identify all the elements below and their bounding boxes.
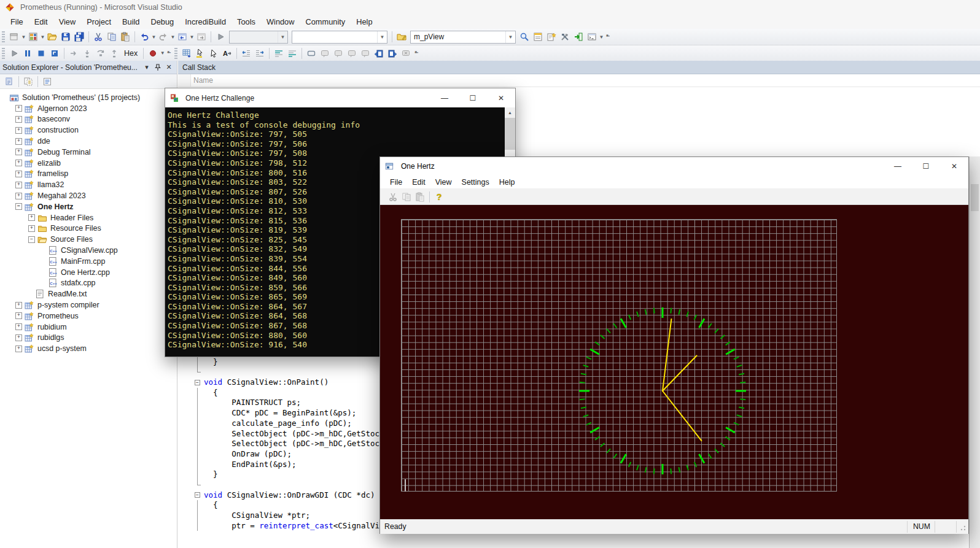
editor-scrollbar-thumb[interactable] bbox=[971, 184, 979, 211]
one-hertz-menu-settings[interactable]: Settings bbox=[457, 177, 494, 188]
one-hertz-maximize-button[interactable]: ☐ bbox=[912, 157, 940, 176]
toolbar-overflow-icon[interactable]: ▾▔ bbox=[165, 47, 173, 60]
find-in-files-icon[interactable] bbox=[395, 31, 408, 43]
vs-menu-edit[interactable]: Edit bbox=[29, 15, 53, 28]
app-copy-icon[interactable] bbox=[400, 191, 413, 203]
expand-icon[interactable]: + bbox=[15, 138, 22, 145]
console-minimize-button[interactable]: — bbox=[430, 88, 459, 107]
go-icon[interactable] bbox=[572, 31, 585, 43]
undo-icon-dropdown[interactable]: ▼ bbox=[151, 31, 157, 43]
expand-icon[interactable]: + bbox=[15, 345, 22, 352]
vs-menu-build[interactable]: Build bbox=[117, 15, 145, 28]
paste-icon[interactable] bbox=[119, 31, 131, 43]
properties-window-icon[interactable] bbox=[532, 31, 544, 43]
step-over-icon[interactable] bbox=[95, 47, 107, 60]
tree-item-one-hertz-cpp[interactable]: C++One Hertz.cpp bbox=[0, 267, 177, 278]
stop-debug-icon[interactable] bbox=[35, 47, 47, 60]
next-bookmark-folder-icon[interactable] bbox=[346, 47, 358, 60]
copy-icon[interactable] bbox=[106, 31, 118, 43]
console-close-button[interactable]: ✕ bbox=[487, 88, 515, 107]
toolbar-overflow-icon[interactable]: ▾▔ bbox=[604, 31, 612, 43]
se-properties-icon[interactable] bbox=[3, 75, 15, 88]
tree-item-source-files[interactable]: −Source Files bbox=[0, 234, 177, 245]
undo-icon[interactable] bbox=[138, 31, 150, 43]
command-window-icon[interactable] bbox=[586, 31, 598, 43]
toolbar-grip[interactable] bbox=[174, 48, 177, 59]
save-all-icon[interactable] bbox=[73, 31, 85, 43]
prev-bookmark-folder-icon[interactable] bbox=[332, 47, 344, 60]
call-stack-header[interactable]: Call Stack bbox=[178, 61, 980, 74]
selection-outline-icon[interactable] bbox=[305, 47, 317, 60]
resize-grip[interactable] bbox=[959, 525, 966, 532]
solution-configurations-combo[interactable]: ▼ bbox=[229, 31, 288, 44]
step-into-icon[interactable] bbox=[81, 47, 93, 60]
breakpoints-icon[interactable] bbox=[147, 47, 159, 60]
restart-icon[interactable] bbox=[49, 47, 61, 60]
vs-menu-tools[interactable]: Tools bbox=[231, 15, 261, 28]
navigate-back-icon-dropdown[interactable]: ▼ bbox=[189, 31, 195, 43]
tree-item-debug-terminal[interactable]: +Debug Terminal bbox=[0, 147, 177, 158]
navigate-back-icon[interactable] bbox=[176, 31, 189, 43]
uncomment-icon[interactable] bbox=[286, 47, 298, 60]
expand-icon[interactable]: + bbox=[15, 160, 22, 166]
clear-bookmarks-icon[interactable] bbox=[400, 47, 412, 60]
tree-item-solution-prometheus-15-projects-[interactable]: Solution 'Prometheus' (15 projects) bbox=[0, 92, 177, 103]
signal-view-canvas[interactable] bbox=[380, 205, 968, 519]
find-combo[interactable]: m_pView▼ bbox=[410, 31, 516, 44]
app-help-icon[interactable]: ? bbox=[433, 191, 445, 203]
fold-margin[interactable]: − bbox=[194, 490, 201, 501]
font-style-icon[interactable]: A bbox=[221, 47, 233, 60]
app-paste-icon[interactable] bbox=[414, 191, 426, 203]
continue-icon[interactable] bbox=[8, 47, 20, 60]
redo-icon-dropdown[interactable]: ▼ bbox=[170, 31, 176, 43]
combo-dropdown-icon[interactable]: ▼ bbox=[377, 31, 387, 43]
solution-platforms-combo[interactable]: ▼ bbox=[292, 31, 387, 44]
console-title-bar[interactable]: One Hertz Challenge — ☐ ✕ bbox=[165, 88, 515, 107]
expand-icon[interactable]: + bbox=[15, 334, 22, 341]
toolbar-grip[interactable] bbox=[2, 48, 5, 59]
tree-item-p-system-compiler[interactable]: +p-system compiler bbox=[0, 299, 177, 311]
tree-item-dde[interactable]: +dde bbox=[0, 136, 177, 147]
navigate-forward-icon[interactable] bbox=[195, 31, 208, 43]
tree-item-readme-txt[interactable]: ReadMe.txt bbox=[0, 288, 177, 299]
new-project-icon[interactable] bbox=[27, 31, 39, 43]
one-hertz-menu-edit[interactable]: Edit bbox=[407, 177, 430, 188]
tree-item-prometheus[interactable]: +Prometheus bbox=[0, 311, 177, 322]
increase-indent-icon[interactable] bbox=[254, 47, 266, 60]
vs-menu-project[interactable]: Project bbox=[81, 15, 117, 28]
tree-item-mainfrm-cpp[interactable]: C++MainFrm.cpp bbox=[0, 256, 177, 267]
select-pointer-icon[interactable] bbox=[208, 47, 220, 60]
comment-icon[interactable] bbox=[273, 47, 285, 60]
vs-menu-incredibuild[interactable]: IncrediBuild bbox=[179, 15, 231, 28]
app-cut-icon[interactable] bbox=[387, 191, 399, 203]
save-icon[interactable] bbox=[60, 31, 72, 43]
vs-menu-community[interactable]: Community bbox=[300, 15, 351, 28]
toolbar-overflow-icon[interactable]: ▾▔ bbox=[413, 47, 420, 60]
auto-hide-pin-icon[interactable] bbox=[152, 62, 163, 73]
expand-icon[interactable]: + bbox=[15, 312, 22, 319]
expand-icon[interactable]: + bbox=[28, 214, 35, 221]
breakpoints-icon-dropdown[interactable]: ▼ bbox=[160, 47, 165, 60]
console-scrollbar-thumb[interactable] bbox=[505, 118, 515, 150]
close-panel-icon[interactable]: ✕ bbox=[163, 62, 174, 73]
next-bookmark-icon[interactable] bbox=[386, 47, 399, 60]
solution-explorer-header[interactable]: Solution Explorer - Solution 'Prometheu.… bbox=[0, 61, 177, 74]
tree-item-baseconv[interactable]: +baseconv bbox=[0, 114, 177, 125]
expand-icon[interactable]: + bbox=[15, 127, 22, 134]
bookmark-folder-icon[interactable] bbox=[359, 47, 371, 60]
expand-icon[interactable]: + bbox=[15, 302, 22, 309]
open-file-icon[interactable] bbox=[46, 31, 58, 43]
tree-item-llama32[interactable]: +llama32 bbox=[0, 179, 177, 190]
vs-menu-file[interactable]: File bbox=[5, 15, 29, 28]
tree-item-ucsd-p-system[interactable]: +ucsd p-system bbox=[0, 343, 177, 354]
tree-item-one-hertz[interactable]: −One Hertz bbox=[0, 201, 177, 212]
expand-icon[interactable]: + bbox=[15, 171, 22, 177]
decrease-indent-icon[interactable] bbox=[240, 47, 252, 60]
tree-item-algernon-2023[interactable]: +Algernon 2023 bbox=[0, 103, 177, 114]
vs-menu-help[interactable]: Help bbox=[351, 15, 378, 28]
step-out-icon[interactable] bbox=[108, 47, 120, 60]
fold-margin[interactable]: − bbox=[194, 377, 201, 388]
expand-icon[interactable]: + bbox=[15, 116, 22, 123]
new-project-icon-dropdown[interactable]: ▼ bbox=[40, 31, 45, 43]
one-hertz-menu-help[interactable]: Help bbox=[494, 177, 520, 188]
